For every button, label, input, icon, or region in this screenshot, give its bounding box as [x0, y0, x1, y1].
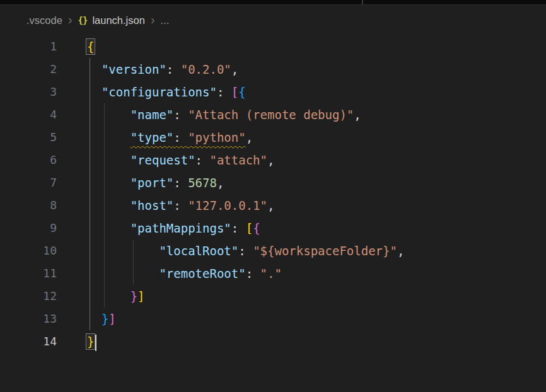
token-ws — [87, 85, 102, 99]
breadcrumb-symbol-path[interactable]: ... — [161, 14, 170, 26]
token-pun: : — [195, 153, 210, 167]
token-b2: } — [131, 289, 137, 303]
code-text[interactable]: }] — [57, 285, 145, 308]
line-number[interactable]: 7 — [0, 171, 57, 194]
token-str: "Attach (remote debug)" — [188, 108, 354, 122]
token-ws — [87, 108, 131, 122]
token-str: "attach" — [209, 153, 267, 167]
token-key: "name" — [131, 108, 174, 122]
line-number[interactable]: 4 — [0, 103, 57, 126]
token-pun: : — [173, 199, 188, 212]
token-ws — [87, 244, 159, 258]
token-str: "127.0.0.1" — [188, 199, 267, 212]
token-pun: , — [217, 176, 224, 190]
token-ws — [87, 312, 102, 326]
token-ws — [87, 62, 102, 76]
line-number[interactable]: 14 — [0, 330, 57, 353]
token-pun: , — [267, 153, 274, 167]
line-number[interactable]: 9 — [0, 217, 57, 239]
token-str: "python" — [188, 130, 246, 144]
token-pun: , — [354, 108, 361, 122]
token-key: "localRoot" — [159, 244, 238, 258]
token-pun: : — [166, 62, 181, 76]
tab-divider — [362, 0, 363, 4]
token-ws — [87, 176, 131, 190]
token-key: "remoteRoot" — [159, 267, 245, 280]
code-text[interactable]: "request": "attach", — [57, 149, 274, 171]
token-key: "version" — [102, 62, 166, 76]
code-line[interactable]: 8 "host": "127.0.0.1", — [0, 194, 546, 217]
code-text[interactable]: } — [57, 330, 96, 353]
breadcrumb-file[interactable]: launch.json — [92, 14, 144, 26]
token-ws — [87, 153, 131, 167]
line-number[interactable]: 10 — [0, 239, 57, 262]
code-text[interactable]: { — [57, 35, 94, 58]
code-text[interactable]: "localRoot": "${workspaceFolder}", — [57, 239, 404, 262]
line-number[interactable]: 13 — [0, 308, 57, 330]
token-b3: } — [102, 312, 108, 326]
token-pun: : — [231, 221, 246, 235]
token-b1-bracket-match: { — [87, 40, 94, 54]
code-text[interactable]: "version": "0.2.0", — [57, 58, 238, 81]
token-num: 5678 — [188, 176, 217, 190]
code-text[interactable]: "port": 5678, — [57, 171, 224, 194]
code-line[interactable]: 4 "name": "Attach (remote debug)", — [0, 103, 546, 126]
line-number[interactable]: 11 — [0, 262, 57, 285]
code-text[interactable]: "remoteRoot": "." — [57, 262, 282, 285]
line-number[interactable]: 8 — [0, 194, 57, 217]
line-number[interactable]: 1 — [0, 35, 57, 58]
line-number[interactable]: 2 — [0, 58, 57, 81]
token-ws — [87, 221, 131, 235]
line-number[interactable]: 3 — [0, 81, 57, 103]
token-pun: , — [267, 199, 274, 212]
token-key: "configurations" — [102, 85, 217, 99]
token-ws — [87, 130, 131, 144]
token-pun: , — [231, 62, 238, 76]
token-str: "." — [260, 267, 282, 280]
code-line[interactable]: 11 "remoteRoot": "." — [0, 262, 546, 285]
code-line[interactable]: 9 "pathMappings": [{ — [0, 217, 546, 239]
code-text[interactable]: "pathMappings": [{ — [57, 217, 260, 239]
breadcrumb-folder[interactable]: .vscode — [26, 14, 62, 26]
code-text[interactable]: "name": "Attach (remote debug)", — [57, 103, 361, 126]
token-b2: ] — [108, 312, 115, 326]
token-str: "0.2.0" — [181, 62, 231, 76]
code-text[interactable]: }] — [57, 308, 116, 330]
code-line[interactable]: 10 "localRoot": "${workspaceFolder}", — [0, 239, 546, 262]
code-line[interactable]: 7 "port": 5678, — [0, 171, 546, 194]
code-line[interactable]: 5 "type": "python", — [0, 126, 546, 149]
token-pun: : — [238, 244, 253, 258]
token-ws — [87, 289, 131, 303]
code-line[interactable]: 12 }] — [0, 285, 546, 308]
token-pun: : — [246, 267, 260, 280]
window-top-edge — [0, 0, 546, 5]
code-line[interactable]: 6 "request": "attach", — [0, 149, 546, 171]
code-line[interactable]: 3 "configurations": [{ — [0, 81, 546, 103]
token-pun: : — [217, 85, 231, 99]
token-key: "request" — [131, 153, 195, 167]
chevron-right-icon: › — [68, 13, 73, 26]
token-key: "type" — [131, 130, 174, 144]
code-text[interactable]: "type": "python", — [57, 126, 253, 149]
token-b1: ] — [137, 289, 144, 303]
code-line[interactable]: 1{ — [0, 35, 546, 58]
code-editor[interactable]: 1{2 "version": "0.2.0",3 "configurations… — [0, 35, 546, 353]
code-line[interactable]: 2 "version": "0.2.0", — [0, 58, 546, 81]
token-pun: : — [173, 176, 188, 190]
token-key: "pathMappings" — [131, 221, 231, 235]
token-b2: [ — [231, 85, 238, 99]
line-number[interactable]: 5 — [0, 126, 57, 149]
code-text[interactable]: "host": "127.0.0.1", — [57, 194, 274, 217]
token-pun: , — [246, 130, 253, 144]
breadcrumb: .vscode › {} launch.json › ... — [0, 5, 546, 35]
chevron-right-icon: › — [151, 13, 155, 26]
code-line[interactable]: 13 }] — [0, 308, 546, 330]
token-b1: [ — [246, 221, 253, 235]
line-number[interactable]: 12 — [0, 285, 57, 308]
json-file-icon: {} — [78, 15, 88, 25]
code-text[interactable]: "configurations": [{ — [57, 81, 246, 103]
token-b1-bracket-match: } — [87, 335, 94, 349]
code-lines: 1{2 "version": "0.2.0",3 "configurations… — [0, 35, 546, 353]
code-line[interactable]: 14} — [0, 330, 546, 353]
line-number[interactable]: 6 — [0, 149, 57, 171]
